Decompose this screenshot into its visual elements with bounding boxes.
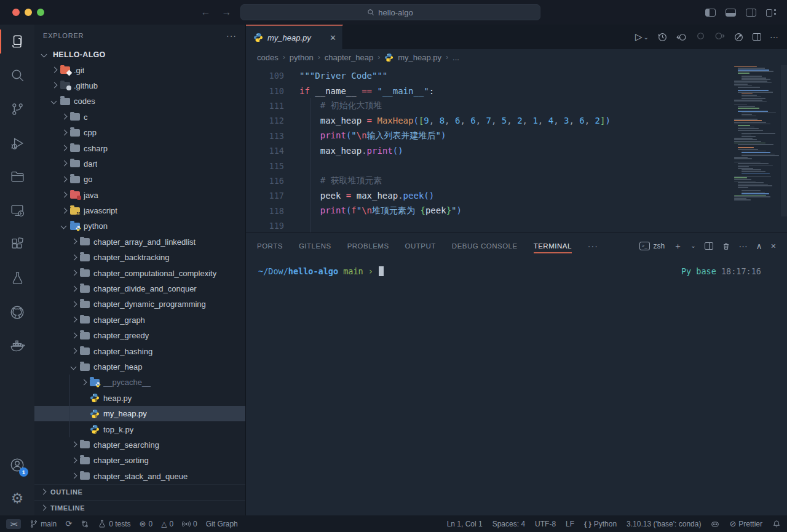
tree-item-python[interactable]: python — [34, 218, 245, 234]
close-panel-icon[interactable]: × — [771, 242, 776, 250]
statusbar-copilot[interactable] — [711, 520, 719, 528]
toggle-secondary-sidebar-icon[interactable] — [746, 9, 756, 17]
open-changes-prev-icon[interactable] — [676, 32, 687, 42]
run-button[interactable]: ▷⌄ — [635, 31, 649, 42]
sidebar-section-timeline[interactable]: TIMELINE — [34, 500, 245, 516]
statusbar-remote[interactable]: >< — [6, 519, 21, 529]
tree-item-csharp[interactable]: csharp — [34, 140, 245, 156]
tree-item-heap-py[interactable]: heap.py — [34, 391, 245, 406]
panel-tab-problems[interactable]: PROBLEMS — [347, 233, 389, 259]
tree-item-top-k-py[interactable]: top_k.py — [34, 421, 245, 437]
tree-item--git[interactable]: .git — [34, 62, 245, 77]
tree-item-chapter-sorting[interactable]: chapter_sorting — [34, 453, 245, 468]
split-editor-icon[interactable] — [753, 33, 761, 41]
statusbar-compare[interactable] — [81, 520, 89, 528]
tree-item--pycache-[interactable]: __pycache__ — [34, 375, 245, 390]
tree-item-chapter-backtracking[interactable]: chapter_backtracking — [34, 250, 245, 265]
terminal[interactable]: ~/Dow/hello-algo main › Py base 18:17:16 — [246, 259, 787, 515]
command-center-search[interactable]: hello-algo — [240, 4, 540, 20]
tab-my-heap[interactable]: my_heap.py ✕ — [246, 25, 343, 49]
code-editor[interactable]: 109"""Driver Code"""110if __name__ == "_… — [246, 65, 787, 232]
panel-tab-ports[interactable]: PORTS — [257, 233, 283, 259]
activity-explorer-icon[interactable] — [0, 25, 34, 58]
terminal-dropdown-icon[interactable]: ⌄ — [690, 243, 695, 249]
panel-tab-gitlens[interactable]: GITLENS — [299, 233, 331, 259]
tree-item--github[interactable]: .github — [34, 78, 245, 93]
tree-item-chapter-hashing[interactable]: chapter_hashing — [34, 343, 245, 359]
breadcrumb-item[interactable]: my_heap.py — [398, 53, 441, 62]
customize-layout-icon[interactable] — [766, 8, 777, 17]
toggle-panel-icon[interactable] — [726, 9, 736, 17]
panel-tab-output[interactable]: OUTPUT — [405, 233, 436, 259]
tree-item-cpp[interactable]: cpp — [34, 125, 245, 140]
statusbar-0[interactable]: △0 — [161, 520, 173, 528]
tree-item-chapter-greedy[interactable]: chapter_greedy — [34, 328, 245, 343]
statusbar-3-10-13-base-conda-[interactable]: 3.10.13 ('base': conda) — [627, 520, 701, 528]
tree-item-c[interactable]: c — [34, 109, 245, 125]
statusbar-ln-1-col-1[interactable]: Ln 1, Col 1 — [447, 520, 483, 528]
statusbar-python[interactable]: { }Python — [584, 520, 617, 528]
tree-root-hello-algo[interactable]: HELLO-ALGO — [34, 47, 245, 62]
open-changes-next-icon[interactable] — [714, 31, 725, 43]
new-terminal-icon[interactable]: ＋ — [673, 242, 682, 250]
statusbar-bell[interactable] — [772, 520, 781, 528]
history-forward-icon[interactable]: → — [222, 7, 232, 17]
editor-more-icon[interactable]: ··· — [770, 33, 778, 41]
tree-item-my-heap-py[interactable]: my_heap.py — [34, 406, 245, 421]
minimap[interactable] — [734, 65, 780, 213]
activity-docker-icon[interactable] — [0, 329, 34, 363]
tree-item-javascript[interactable]: JSjavascript — [34, 203, 245, 218]
panel-tab-debug-console[interactable]: DEBUG CONSOLE — [452, 233, 518, 259]
explorer-more-icon[interactable]: ··· — [226, 31, 237, 41]
activity-testing-icon[interactable] — [0, 261, 34, 295]
panel-tabs-more-icon[interactable]: ··· — [588, 241, 598, 251]
activity-github-icon[interactable] — [0, 295, 34, 329]
activity-run-debug-icon[interactable] — [0, 126, 34, 160]
statusbar-spaces-4[interactable]: Spaces: 4 — [492, 520, 525, 528]
commit-graph-icon[interactable] — [734, 32, 744, 42]
statusbar-0[interactable]: ⊗0 — [140, 520, 153, 528]
toggle-sidebar-icon[interactable] — [705, 9, 716, 17]
tree-item-chapter-dynamic-programming[interactable]: chapter_dynamic_programming — [34, 296, 245, 312]
statusbar-lf[interactable]: LF — [566, 520, 574, 528]
panel-more-icon[interactable]: ··· — [739, 242, 748, 250]
split-terminal-icon[interactable] — [705, 242, 713, 250]
activity-search-icon[interactable] — [0, 58, 34, 92]
history-back-icon[interactable]: ← — [201, 7, 211, 17]
tree-item-dart[interactable]: dart — [34, 156, 245, 172]
statusbar-main[interactable]: main — [30, 520, 57, 528]
activity-accounts-icon[interactable]: 1 — [0, 448, 34, 482]
tree-item-codes[interactable]: codes — [34, 93, 245, 109]
tab-close-icon[interactable]: ✕ — [330, 33, 336, 42]
statusbar-0[interactable]: 0 — [182, 520, 197, 528]
panel-tab-terminal[interactable]: TERMINAL — [534, 233, 572, 259]
sidebar-section-outline[interactable]: OUTLINE — [34, 484, 245, 500]
breadcrumb-item[interactable]: codes — [257, 53, 279, 62]
terminal-profile[interactable]: >_zsh — [639, 242, 665, 250]
breadcrumb-item[interactable]: ... — [453, 53, 459, 62]
activity-extensions-icon[interactable] — [0, 228, 34, 261]
statusbar-sync[interactable]: ⟳ — [65, 520, 72, 528]
kill-terminal-icon[interactable] — [722, 242, 730, 251]
tree-item-chapter-graph[interactable]: chapter_graph — [34, 312, 245, 328]
close-window-button[interactable] — [12, 9, 20, 16]
timeline-icon[interactable] — [657, 32, 668, 42]
tree-item-chapter-searching[interactable]: chapter_searching — [34, 437, 245, 453]
maximize-panel-icon[interactable]: ∧ — [756, 242, 762, 250]
breadcrumb-item[interactable]: chapter_heap — [325, 53, 374, 62]
editor-scrollbar[interactable] — [781, 65, 787, 216]
tree-item-chapter-array-and-linkedlist[interactable]: chapter_array_and_linkedlist — [34, 234, 245, 250]
tree-item-chapter-computational-complexity[interactable]: chapter_computational_complexity — [34, 265, 245, 280]
statusbar-0-tests[interactable]: 0 tests — [98, 520, 130, 528]
activity-source-control-icon[interactable] — [0, 92, 34, 126]
activity-settings-icon[interactable]: ⚙ — [0, 482, 34, 515]
tree-item-java[interactable]: java — [34, 188, 245, 203]
statusbar-utf-8[interactable]: UTF-8 — [535, 520, 556, 528]
tree-item-go[interactable]: go — [34, 172, 245, 187]
statusbar-git-graph[interactable]: Git Graph — [206, 520, 238, 528]
tree-item-chapter-heap[interactable]: chapter_heap — [34, 359, 245, 375]
minimize-window-button[interactable] — [25, 9, 32, 16]
tree-item-chapter-divide-and-conquer[interactable]: chapter_divide_and_conquer — [34, 281, 245, 296]
circle-dim-icon[interactable] — [695, 31, 706, 43]
maximize-window-button[interactable] — [37, 9, 44, 16]
